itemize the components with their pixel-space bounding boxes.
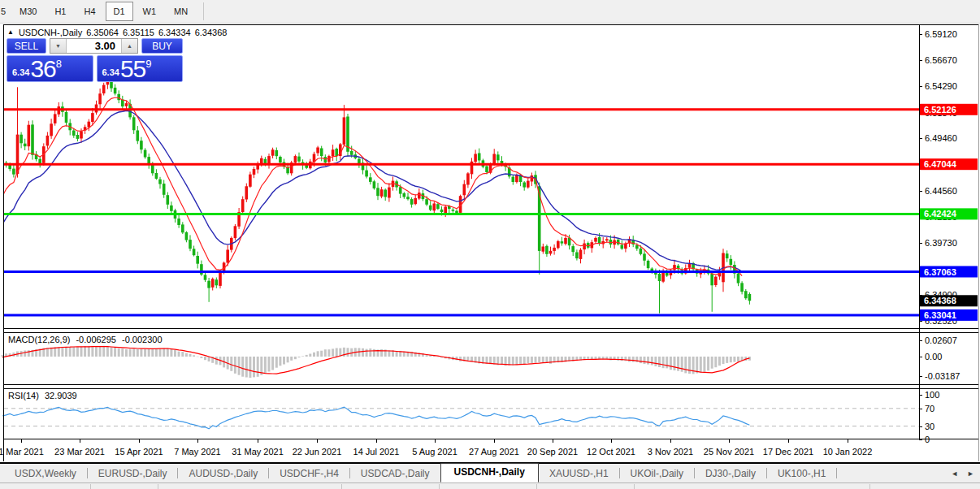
svg-text:25 Nov 2021: 25 Nov 2021 [704, 447, 754, 457]
rsi-label-row: RSI(14) 32.9039 [8, 391, 77, 400]
moving-averages [2, 97, 742, 276]
svg-text:70: 70 [925, 404, 934, 413]
volume-input[interactable]: 3.00 [67, 39, 121, 53]
svg-text:31 May 2021: 31 May 2021 [232, 447, 284, 457]
buy-price-big: 55 [120, 57, 145, 81]
svg-text:100: 100 [925, 390, 939, 400]
chart-title: ▲ USDCNH-,Daily 6.35064 6.35115 6.34334 … [7, 28, 227, 37]
svg-text:30: 30 [925, 422, 934, 431]
tab-usdx-weekly[interactable]: USDX,Weekly [4, 465, 87, 483]
tab-scroll-arrows: ◄ ► [951, 470, 980, 478]
status-bar [0, 483, 980, 489]
tab-usdchf-h4[interactable]: USDCHF-,H4 [269, 465, 349, 483]
timeframe-toolbar: 5 M30H1H4D1W1MN [0, 0, 980, 24]
chevron-down-icon: ▼ [55, 43, 61, 49]
trading-platform-window: 0.026070.00-0.03187100703006.591206.5667… [0, 0, 980, 489]
macd-indicator-label: MACD(12,26,9) [8, 335, 70, 344]
rsi-line [2, 407, 749, 429]
collapse-triangle-icon[interactable]: ▲ [7, 29, 14, 36]
tab-audusd-daily[interactable]: AUDUSD-,Daily [178, 465, 268, 483]
rsi-indicator-label: RSI(14) [8, 391, 39, 400]
sell-button[interactable]: SELL [7, 38, 46, 54]
svg-text:7 May 2021: 7 May 2021 [174, 447, 220, 457]
chart-tabs-bar: USDX,WeeklyEURUSD-,DailyAUDUSD-,DailyUSD… [0, 462, 980, 483]
macd-main-value: -0.006295 [76, 335, 116, 344]
status-bar-separator [634, 484, 635, 489]
svg-text:0.00: 0.00 [925, 352, 942, 361]
buy-price-pipette: 9 [145, 58, 151, 70]
svg-text:23 Mar 2021: 23 Mar 2021 [54, 447, 105, 457]
ohlc-open: 6.35064 [86, 28, 119, 37]
svg-text:15 Apr 2021: 15 Apr 2021 [115, 447, 163, 457]
timeframe-button-m30[interactable]: M30 [11, 2, 45, 21]
volume-decrease-button[interactable]: ▼ [50, 39, 67, 53]
price-axis[interactable]: 6.591206.566706.542906.518406.494606.470… [919, 29, 957, 326]
macd-axis[interactable]: 0.026070.00-0.03187 [919, 335, 960, 381]
status-bar-separator [341, 484, 342, 489]
tab-ukoil-daily[interactable]: UKOil-,Daily [620, 465, 694, 483]
chevron-up-icon: ▲ [127, 43, 132, 49]
timeframe-button-h1[interactable]: H1 [46, 2, 74, 21]
svg-text:6.47044: 6.47044 [924, 159, 957, 169]
svg-text:-0.03187: -0.03187 [925, 371, 960, 381]
tab-scroll-right-icon[interactable]: ► [967, 470, 974, 478]
pane-borders [3, 24, 979, 461]
svg-text:3 Nov 2021: 3 Nov 2021 [648, 447, 693, 457]
volume-increase-button[interactable]: ▲ [121, 39, 137, 53]
status-bar-separator [90, 484, 91, 489]
svg-text:1 Mar 2021: 1 Mar 2021 [0, 447, 44, 457]
svg-text:22 Jun 2021: 22 Jun 2021 [293, 447, 342, 457]
volume-spinner: ▼ 3.00 ▲ [50, 38, 138, 54]
tab-eurusd-daily[interactable]: EURUSD-,Daily [88, 465, 178, 483]
toolbar-separator [203, 2, 204, 20]
buy-price-prefix: 6.34 [102, 67, 119, 77]
ohlc-low: 6.34334 [158, 28, 191, 37]
svg-text:6.42424: 6.42424 [924, 209, 957, 219]
svg-text:6.39730: 6.39730 [925, 238, 957, 248]
tab-usdcad-daily[interactable]: USDCAD-,Daily [350, 465, 440, 483]
svg-text:6.37063: 6.37063 [924, 267, 956, 277]
timeframe-button-d1[interactable]: D1 [106, 2, 133, 21]
status-bar-separator [869, 484, 870, 489]
ohlc-high: 6.35115 [123, 28, 154, 37]
timeframe-buttons: M30H1H4D1W1MN [11, 2, 197, 21]
timeframe-button-h4[interactable]: H4 [76, 2, 103, 21]
svg-text:6.44560: 6.44560 [925, 186, 957, 196]
svg-text:17 Dec 2021: 17 Dec 2021 [763, 447, 813, 457]
svg-text:6.52126: 6.52126 [924, 105, 956, 115]
ohlc-close: 6.34368 [195, 28, 228, 37]
tab-usdcnh-daily[interactable]: USDCNH-,Daily [440, 463, 539, 483]
status-bar-separator [158, 484, 158, 489]
macd-signal-value: -0.002300 [122, 335, 163, 344]
timeframe-button-m5-partial[interactable]: 5 [0, 2, 11, 20]
svg-text:6.49460: 6.49460 [925, 133, 957, 143]
tab-scroll-left-icon[interactable]: ◄ [951, 470, 958, 478]
sell-price-pipette: 8 [56, 58, 62, 70]
timeframe-button-w1[interactable]: W1 [135, 2, 165, 21]
candles-layer [1, 72, 751, 314]
timeframe-button-mn[interactable]: MN [166, 2, 196, 21]
svg-text:6.56670: 6.56670 [925, 55, 957, 65]
sell-price-big: 36 [30, 57, 55, 81]
macd-label-row: MACD(12,26,9) -0.006295 -0.002300 [8, 335, 163, 344]
svg-text:6.33041: 6.33041 [924, 310, 956, 320]
svg-text:14 Jul 2021: 14 Jul 2021 [353, 447, 400, 457]
svg-text:6.54290: 6.54290 [925, 81, 957, 91]
svg-text:10 Jan 2022: 10 Jan 2022 [823, 447, 873, 457]
status-bar-separator [536, 484, 537, 489]
rsi-value: 32.9039 [45, 391, 77, 400]
tab-dj30-daily[interactable]: DJ30-,Daily [695, 465, 766, 483]
rsi-axis[interactable]: 10070300 [919, 390, 939, 444]
buy-button[interactable]: BUY [141, 38, 183, 54]
svg-text:27 Aug 2021: 27 Aug 2021 [469, 447, 519, 457]
svg-text:6.34368: 6.34368 [924, 296, 956, 305]
sell-price-box[interactable]: 6.34 36 8 [7, 55, 93, 82]
time-axis[interactable]: 1 Mar 202123 Mar 202115 Apr 20217 May 20… [0, 439, 872, 457]
buy-price-box[interactable]: 6.34 55 9 [97, 55, 184, 82]
tab-uk100-h1[interactable]: UK100-,H1 [767, 465, 836, 483]
chart-tabs: USDX,WeeklyEURUSD-,DailyAUDUSD-,DailyUSD… [4, 465, 837, 483]
svg-text:5 Aug 2021: 5 Aug 2021 [412, 447, 457, 457]
tab-xauusd-h1[interactable]: XAUUSD-,H1 [539, 465, 619, 483]
sell-price-prefix: 6.34 [12, 67, 29, 77]
chart-symbol-label: USDCNH-,Daily [19, 28, 82, 37]
